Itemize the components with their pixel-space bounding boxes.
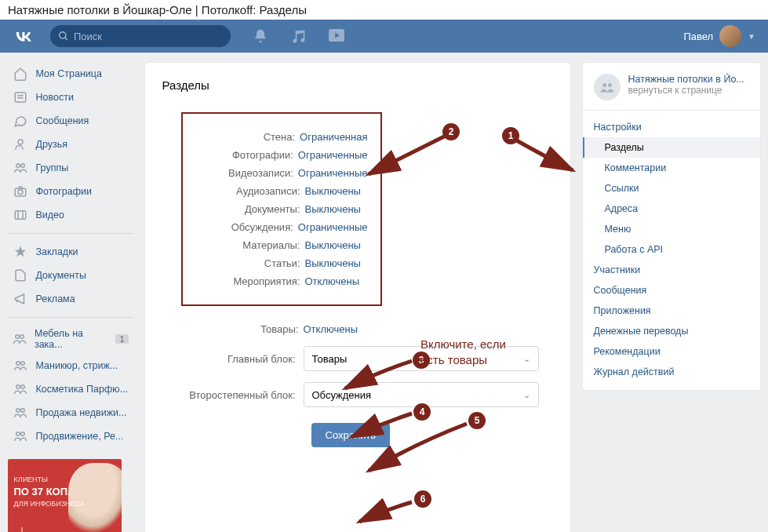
- setting-value[interactable]: Ограниченная: [300, 131, 367, 143]
- setting-value[interactable]: Ограниченные: [298, 167, 368, 179]
- nav-group-link[interactable]: Продажа недвижи...: [8, 401, 133, 425]
- svg-point-25: [607, 83, 611, 87]
- star-icon: [13, 244, 28, 260]
- main-block-select[interactable]: Товары⌄: [304, 346, 539, 371]
- setting-value[interactable]: Выключены: [305, 257, 361, 269]
- svg-point-7: [16, 164, 20, 168]
- nav-messages[interactable]: Сообщения: [8, 109, 133, 133]
- setting-label: Видеозаписи:: [187, 167, 298, 179]
- setting-value[interactable]: Ограниченные: [298, 221, 368, 233]
- rnav-transfers[interactable]: Денежные переводы: [583, 321, 760, 341]
- messages-icon: [13, 113, 28, 129]
- nav-bookmarks[interactable]: Закладки: [8, 240, 133, 264]
- rnav-members[interactable]: Участники: [583, 260, 760, 280]
- svg-point-6: [18, 140, 23, 144]
- nav-documents[interactable]: Документы: [8, 264, 133, 287]
- chevron-down-icon: ⌄: [523, 390, 530, 400]
- nav-group-link[interactable]: Маникюр, стриж...: [8, 354, 133, 377]
- select-label: Второстепенный блок:: [181, 389, 304, 401]
- right-column: Натяжные потолки в Йо... вернуться к стр…: [582, 62, 761, 532]
- browser-tab-title: Натяжные потолки в Йошкар-Оле | Потолкоf…: [0, 0, 768, 20]
- main-panel: Разделы Стена:Ограниченная Фотографии:Ог…: [144, 62, 571, 532]
- secondary-block-select[interactable]: Обсуждения⌄: [304, 382, 539, 407]
- document-icon: [13, 268, 28, 283]
- home-icon: [13, 66, 28, 82]
- rnav-addresses[interactable]: Адреса: [583, 199, 760, 219]
- setting-value[interactable]: Выключены: [305, 185, 361, 197]
- rnav-settings[interactable]: Настройки: [583, 117, 760, 137]
- groups-icon: [13, 428, 28, 444]
- rnav-menu[interactable]: Меню: [583, 219, 760, 239]
- nav-group-link[interactable]: Продвижение, Ре...: [8, 425, 133, 448]
- user-menu[interactable]: Павел ▼: [683, 25, 755, 47]
- svg-point-22: [16, 432, 20, 436]
- nav-friends[interactable]: Друзья: [8, 133, 133, 156]
- video-play-icon[interactable]: [328, 28, 345, 42]
- promo-banner[interactable]: КЛИЕНТЫ ПО 37 КОП. ДЛЯ ИНФОБИЗНЕСА ↓: [8, 459, 122, 532]
- svg-point-18: [16, 385, 20, 389]
- setting-label: Документы:: [187, 203, 305, 215]
- setting-value[interactable]: Выключены: [305, 203, 361, 215]
- save-button[interactable]: Сохранить: [311, 423, 391, 447]
- setting-value[interactable]: Ограниченные: [298, 149, 368, 161]
- nav-group-link[interactable]: Косметика Парфю...: [8, 377, 133, 401]
- setting-value[interactable]: Отключены: [305, 275, 359, 287]
- rnav-sections[interactable]: Разделы: [583, 137, 760, 158]
- nav-my-page[interactable]: Моя Страница: [8, 62, 133, 86]
- rnav-links[interactable]: Ссылки: [583, 178, 760, 199]
- rnav-apps[interactable]: Приложения: [583, 301, 760, 321]
- svg-line-1: [65, 38, 67, 40]
- rnav-messages[interactable]: Сообщения: [583, 280, 760, 301]
- setting-label: Мероприятия:: [187, 275, 305, 287]
- search-input[interactable]: [74, 31, 223, 42]
- left-nav: Моя Страница Новости Сообщения Друзья Гр…: [8, 62, 133, 532]
- svg-point-19: [20, 385, 24, 389]
- setting-label: Обсуждения:: [187, 221, 298, 233]
- top-bar: Павел ▼: [0, 20, 768, 53]
- svg-point-10: [18, 190, 23, 195]
- group-header[interactable]: Натяжные потолки в Йо... вернуться к стр…: [583, 74, 760, 111]
- nav-ads[interactable]: Реклама: [8, 287, 133, 311]
- setting-label: Материалы:: [187, 239, 305, 251]
- svg-point-14: [15, 335, 19, 339]
- nav-photos[interactable]: Фотографии: [8, 180, 133, 203]
- chevron-down-icon: ▼: [748, 32, 755, 41]
- nav-news[interactable]: Новости: [8, 86, 133, 109]
- svg-point-16: [16, 362, 20, 366]
- svg-point-24: [602, 83, 606, 87]
- svg-point-0: [60, 32, 66, 38]
- rnav-api[interactable]: Работа с API: [583, 239, 760, 260]
- music-icon[interactable]: [290, 28, 306, 44]
- svg-point-15: [20, 335, 24, 339]
- group-avatar-icon: [594, 74, 621, 100]
- groups-icon: [13, 358, 28, 373]
- groups-icon: [13, 405, 28, 421]
- group-name: Натяжные потолки в Йо...: [628, 74, 744, 85]
- select-label: Главный блок:: [181, 353, 304, 365]
- svg-point-8: [20, 164, 24, 168]
- search-box[interactable]: [50, 25, 231, 47]
- setting-value[interactable]: Выключены: [305, 239, 361, 251]
- nav-groups[interactable]: Группы: [8, 156, 133, 180]
- notifications-icon[interactable]: [253, 28, 268, 44]
- setting-label: Аудиозаписи:: [187, 185, 305, 197]
- rnav-comments[interactable]: Комментарии: [583, 158, 760, 178]
- rnav-recommendations[interactable]: Рекомендации: [583, 341, 760, 362]
- vk-logo-icon[interactable]: [13, 25, 35, 47]
- megaphone-icon: [13, 291, 28, 307]
- setting-label: Статьи:: [187, 257, 305, 269]
- rnav-log[interactable]: Журнал действий: [583, 362, 760, 382]
- svg-point-23: [20, 432, 24, 436]
- setting-label: Товары:: [181, 323, 304, 335]
- separator: [8, 233, 133, 234]
- back-link[interactable]: вернуться к странице: [628, 85, 744, 96]
- groups-icon: [13, 331, 27, 347]
- setting-value-goods[interactable]: Отключены: [304, 323, 358, 335]
- separator: [8, 317, 133, 318]
- nav-group-link[interactable]: Мебель на зака...1: [8, 324, 133, 354]
- nav-video[interactable]: Видео: [8, 203, 133, 227]
- svg-rect-11: [15, 211, 26, 220]
- friends-icon: [13, 137, 28, 152]
- avatar: [719, 25, 741, 47]
- setting-label: Стена:: [187, 131, 300, 143]
